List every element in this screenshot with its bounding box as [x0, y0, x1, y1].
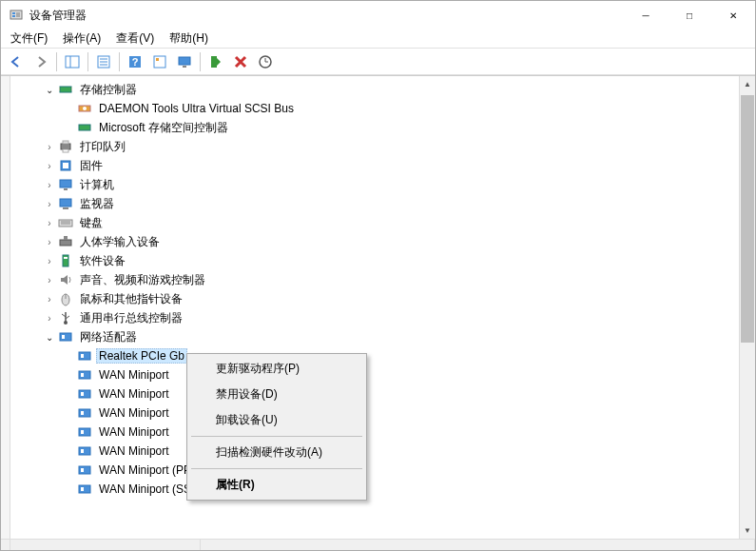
tree-label: 存储控制器 [77, 81, 140, 99]
app-icon [9, 8, 24, 23]
tree-label: Microsoft 存储空间控制器 [96, 119, 231, 137]
ctx-disable-device[interactable]: 禁用设备(D) [189, 382, 364, 407]
expander-closed-icon[interactable]: › [43, 216, 56, 229]
toolbar-forward-button[interactable] [29, 50, 52, 73]
svg-rect-27 [63, 141, 68, 144]
computer-icon [58, 177, 73, 192]
svg-rect-41 [64, 257, 68, 259]
expander-closed-icon[interactable]: › [43, 273, 56, 286]
svg-rect-33 [60, 199, 71, 207]
toolbar-separator [56, 52, 57, 71]
ctx-scan-hardware[interactable]: 扫描检测硬件改动(A) [189, 440, 364, 465]
svg-rect-21 [71, 88, 72, 89]
tree-category-hid[interactable]: › 人体学输入设备 [14, 232, 739, 251]
svg-rect-34 [63, 207, 68, 209]
tree-device-wan-miniport[interactable]: WAN Miniport [14, 442, 739, 461]
expander-closed-icon[interactable]: › [43, 178, 56, 191]
toolbar-display-button[interactable] [173, 50, 196, 73]
expander-closed-icon[interactable]: › [43, 235, 56, 248]
expander-open-icon[interactable]: ⌄ [43, 330, 56, 344]
tree-category-software-devices[interactable]: › 软件设备 [14, 251, 739, 270]
tree-device-wan-miniport[interactable]: WAN Miniport [14, 423, 739, 442]
menu-file[interactable]: 文件(F) [3, 29, 55, 49]
tree-category-network-adapters[interactable]: ⌄ 网络适配器 [14, 327, 739, 346]
tree-device-wan-miniport-pptp[interactable]: WAN Miniport (PPTP) [14, 461, 739, 480]
network-adapter-icon [77, 462, 92, 478]
expander-closed-icon[interactable]: › [43, 140, 56, 153]
tree-category-usb[interactable]: › 通用串行总线控制器 [14, 308, 739, 327]
statusbar [1, 539, 755, 550]
tree-label: 软件设备 [77, 252, 128, 270]
device-tree[interactable]: ⌄ 存储控制器 DAEMON Tools Ultra Virtual SCSI … [10, 76, 739, 539]
keyboard-icon [58, 215, 73, 230]
svg-rect-18 [60, 87, 71, 92]
tree-label: WAN Miniport [96, 405, 172, 421]
svg-rect-38 [60, 240, 71, 246]
network-adapter-icon [77, 424, 92, 440]
tree-device-wan-miniport[interactable]: WAN Miniport [14, 384, 739, 403]
tree-device-wan-miniport-sstp[interactable]: WAN Miniport (SSTP) [14, 480, 739, 499]
tree-category-monitor[interactable]: › 监视器 [14, 194, 739, 213]
tree-label: DAEMON Tools Ultra Virtual SCSI Bus [96, 101, 297, 116]
tree-category-audio[interactable]: › 声音、视频和游戏控制器 [14, 270, 739, 289]
expander-closed-icon[interactable]: › [43, 292, 56, 305]
svg-rect-28 [63, 149, 68, 152]
toolbar-tree-pane-button[interactable] [61, 50, 84, 73]
tree-label: WAN Miniport [96, 386, 172, 402]
tree-label: 通用串行总线控制器 [77, 309, 185, 327]
toolbar-separator [87, 52, 88, 71]
expander-closed-icon[interactable]: › [43, 159, 56, 172]
tree-device-daemon-tools[interactable]: DAEMON Tools Ultra Virtual SCSI Bus [14, 99, 739, 118]
toolbar-help-button[interactable]: ? [124, 50, 146, 73]
svg-rect-13 [156, 58, 159, 61]
toolbar-back-button[interactable] [5, 50, 28, 73]
menu-view[interactable]: 查看(V) [108, 29, 162, 49]
tree-label: 声音、视频和游戏控制器 [77, 271, 208, 289]
scrollbar-thumb[interactable] [741, 95, 754, 343]
tree-category-mouse[interactable]: › 鼠标和其他指针设备 [14, 289, 739, 308]
tree-category-print-queue[interactable]: › 打印队列 [14, 137, 739, 156]
toolbar-properties-button[interactable] [92, 50, 115, 73]
tree-category-keyboard[interactable]: › 键盘 [14, 213, 739, 232]
toolbar-toggle-button[interactable] [148, 50, 171, 73]
tree-category-storage-controllers[interactable]: ⌄ 存储控制器 [14, 80, 739, 99]
tree-category-firmware[interactable]: › 固件 [14, 156, 739, 175]
svg-rect-16 [211, 56, 217, 68]
context-menu: 更新驱动程序(P) 禁用设备(D) 卸载设备(U) 扫描检测硬件改动(A) 属性… [186, 353, 367, 501]
tree-category-computer[interactable]: › 计算机 [14, 175, 739, 194]
svg-rect-40 [63, 255, 68, 266]
menu-help[interactable]: 帮助(H) [162, 29, 216, 49]
toolbar-scan-button[interactable] [254, 50, 277, 73]
minimize-button[interactable]: ─ [624, 1, 668, 30]
expander-closed-icon[interactable]: › [43, 197, 56, 210]
network-adapter-icon [77, 405, 92, 421]
svg-rect-57 [81, 411, 84, 415]
network-adapter-icon [77, 443, 92, 459]
ctx-update-driver[interactable]: 更新驱动程序(P) [189, 356, 364, 382]
expander-open-icon[interactable]: ⌄ [43, 83, 56, 96]
expander-closed-icon[interactable]: › [43, 311, 56, 325]
expander-closed-icon[interactable]: › [43, 254, 56, 267]
tree-device-ms-storage[interactable]: Microsoft 存储空间控制器 [14, 118, 739, 137]
scroll-down-arrow-icon[interactable]: ▼ [740, 522, 755, 539]
close-button[interactable]: ✕ [711, 1, 755, 30]
menu-action[interactable]: 操作(A) [55, 29, 108, 49]
toolbar-separator [119, 52, 120, 71]
svg-rect-61 [81, 449, 84, 453]
tree-device-realtek-pcie[interactable]: Realtek PCIe Gb [14, 346, 739, 365]
vertical-scrollbar[interactable]: ▲ ▼ [739, 76, 755, 539]
scroll-up-arrow-icon[interactable]: ▲ [740, 76, 755, 92]
toolbar-uninstall-button[interactable] [229, 50, 252, 73]
storage-controller-icon [77, 120, 92, 135]
network-adapter-icon [77, 386, 92, 402]
toolbar-enable-button[interactable] [204, 50, 227, 73]
svg-rect-31 [60, 180, 71, 187]
firmware-icon [58, 158, 73, 173]
ctx-properties[interactable]: 属性(R) [189, 472, 364, 498]
network-adapter-icon [77, 482, 92, 497]
tree-device-wan-miniport[interactable]: WAN Miniport [14, 403, 739, 423]
ctx-uninstall-device[interactable]: 卸载设备(U) [189, 407, 364, 433]
maximize-button[interactable]: □ [668, 1, 711, 30]
svg-rect-15 [183, 66, 186, 68]
tree-device-wan-miniport[interactable]: WAN Miniport [14, 365, 739, 384]
